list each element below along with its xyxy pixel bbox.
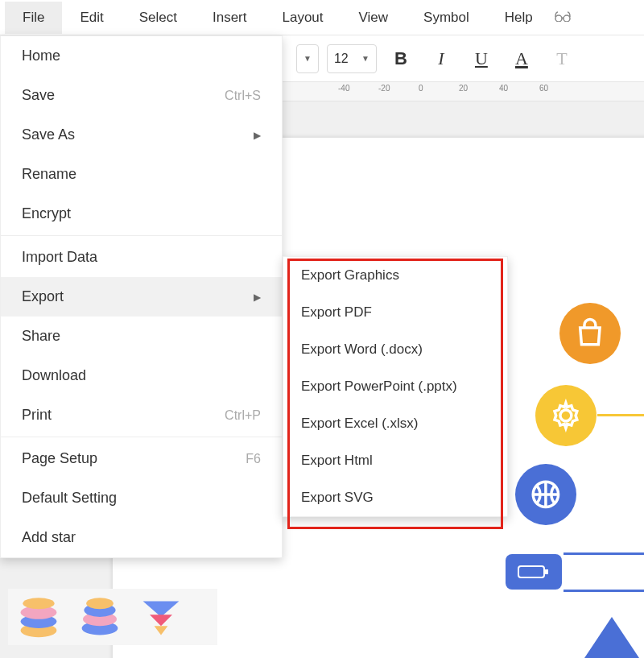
label: Default Setting: [22, 490, 117, 507]
menu-item-encrypt[interactable]: Encrypt: [1, 194, 282, 234]
preview-icon[interactable]: [551, 4, 575, 31]
svg-marker-11: [143, 601, 180, 617]
submenu-arrow-icon: ▶: [254, 130, 261, 141]
svg-marker-13: [155, 626, 168, 635]
svg-rect-2: [545, 569, 548, 574]
ruler-tick: 0: [419, 84, 423, 93]
shortcut: Ctrl+S: [225, 89, 261, 103]
menu-symbol[interactable]: Symbol: [406, 2, 487, 34]
basketball-icon[interactable]: [515, 464, 576, 525]
font-size-select[interactable]: 12 ▼: [327, 44, 377, 73]
chevron-down-icon: ▼: [303, 54, 312, 63]
label: Export Word (.docx): [301, 341, 423, 358]
connector-line: [564, 590, 644, 592]
svg-point-10: [86, 598, 114, 609]
svg-point-6: [23, 598, 54, 609]
menu-view[interactable]: View: [341, 2, 407, 34]
svg-rect-1: [518, 566, 544, 577]
shortcut: F6: [246, 452, 261, 466]
label: Export SVG: [301, 490, 374, 506]
menu-item-export[interactable]: Export▶: [1, 277, 282, 317]
menu-item-save-as[interactable]: Save As▶: [1, 115, 282, 155]
svg-marker-12: [150, 615, 172, 626]
menu-insert[interactable]: Insert: [195, 2, 265, 34]
label: Home: [22, 48, 60, 64]
menu-item-rename[interactable]: Rename: [1, 155, 282, 194]
menubar: File Edit Select Insert Layout View Symb…: [0, 0, 644, 35]
label: Rename: [22, 166, 76, 183]
italic-button[interactable]: I: [425, 44, 457, 73]
connector-line: [597, 414, 644, 416]
submenu-export-graphics[interactable]: Export Graphics: [283, 257, 507, 294]
label: Export Html: [301, 453, 373, 469]
funnel-shape[interactable]: [138, 594, 184, 639]
menu-edit[interactable]: Edit: [62, 2, 121, 34]
label: Share: [22, 328, 60, 345]
menu-item-print[interactable]: PrintCtrl+P: [1, 395, 282, 435]
export-submenu: Export Graphics Export PDF Export Word (…: [283, 256, 508, 517]
label: Download: [22, 367, 86, 384]
menu-item-home[interactable]: Home: [1, 36, 282, 76]
submenu-arrow-icon: ▶: [254, 292, 261, 303]
menu-item-share[interactable]: Share: [1, 317, 282, 356]
font-size-value: 12: [334, 52, 349, 66]
menu-layout[interactable]: Layout: [264, 2, 341, 34]
chevron-down-icon: ▼: [361, 54, 369, 63]
menu-item-default-setting[interactable]: Default Setting: [1, 478, 282, 518]
label: Import Data: [22, 249, 97, 266]
label: Export PowerPoint (.pptx): [301, 379, 457, 395]
label: Export: [22, 288, 64, 305]
submenu-export-svg[interactable]: Export SVG: [283, 479, 507, 516]
label: Add star: [22, 529, 76, 546]
connector-line: [564, 552, 644, 555]
ruler-tick: 40: [499, 84, 508, 93]
triangle-shape: [580, 617, 644, 658]
font-family-select[interactable]: ▼: [296, 44, 319, 73]
gear-icon[interactable]: [535, 385, 597, 446]
stack-shape-1[interactable]: [16, 594, 61, 639]
submenu-export-word[interactable]: Export Word (.docx): [283, 331, 507, 368]
ruler-tick: -20: [378, 84, 390, 93]
submenu-export-excel[interactable]: Export Excel (.xlsx): [283, 405, 507, 442]
shape-shelf: [8, 589, 217, 645]
text-case-button[interactable]: T: [546, 44, 578, 73]
ruler-tick: 60: [539, 84, 548, 93]
shopping-bag-icon[interactable]: [559, 303, 621, 364]
label: Page Setup: [22, 450, 97, 467]
menu-item-download[interactable]: Download: [1, 356, 282, 395]
menu-file[interactable]: File: [5, 2, 62, 34]
menu-item-save[interactable]: SaveCtrl+S: [1, 76, 282, 115]
menu-select[interactable]: Select: [122, 2, 195, 34]
underline-button[interactable]: U: [465, 44, 497, 73]
menu-help[interactable]: Help: [487, 2, 551, 34]
submenu-export-powerpoint[interactable]: Export PowerPoint (.pptx): [283, 368, 507, 405]
menu-item-import-data[interactable]: Import Data: [1, 238, 282, 277]
label: Print: [22, 407, 52, 424]
battery-icon[interactable]: [506, 554, 562, 590]
menu-item-page-setup[interactable]: Page SetupF6: [1, 439, 282, 478]
label: Save As: [22, 126, 75, 143]
submenu-export-pdf[interactable]: Export PDF: [283, 294, 507, 331]
ruler-tick: 20: [459, 84, 468, 93]
ruler-tick: -40: [338, 84, 349, 93]
label: Encrypt: [22, 205, 71, 222]
label: Export PDF: [301, 304, 372, 321]
label: Save: [22, 87, 55, 104]
separator: [1, 437, 282, 437]
font-color-button[interactable]: A: [506, 44, 538, 73]
menu-item-add-star[interactable]: Add star: [1, 518, 282, 557]
file-menu-dropdown: Home SaveCtrl+S Save As▶ Rename Encrypt …: [0, 35, 283, 558]
submenu-export-html[interactable]: Export Html: [283, 442, 507, 479]
bold-button[interactable]: B: [385, 44, 417, 73]
shortcut: Ctrl+P: [225, 408, 261, 423]
separator: [1, 235, 282, 236]
label: Export Graphics: [301, 267, 399, 283]
stack-shape-2[interactable]: [77, 594, 122, 639]
label: Export Excel (.xlsx): [301, 416, 418, 432]
